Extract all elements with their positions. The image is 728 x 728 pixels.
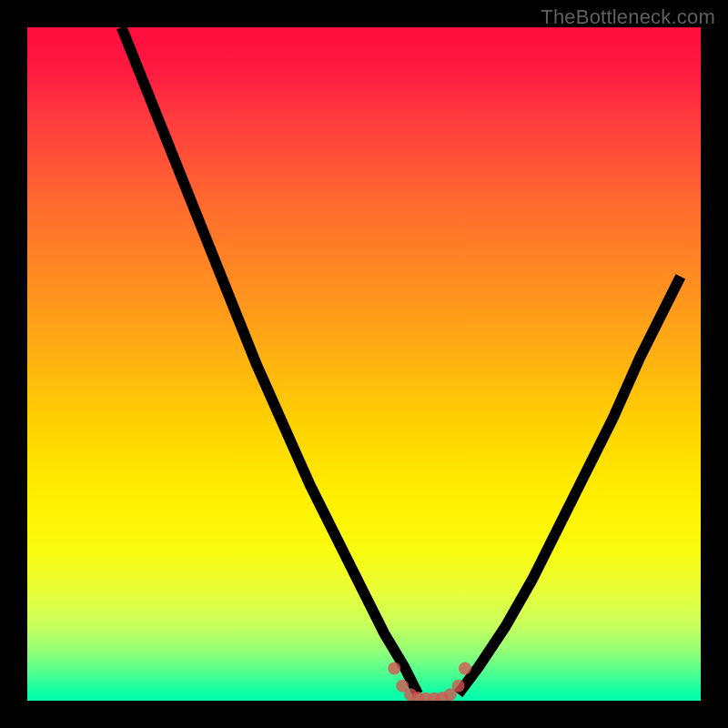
valley-dot [452,680,465,693]
watermark-text: TheBottleneck.com [541,5,715,29]
plot-area [27,27,701,701]
curve-right-branch [459,277,681,694]
valley-markers [388,662,471,701]
curve-left-branch [122,27,419,694]
valley-dot [459,662,471,674]
chart-frame: TheBottleneck.com [0,0,728,728]
valley-dot [388,662,400,674]
curve-overlay [27,27,701,701]
